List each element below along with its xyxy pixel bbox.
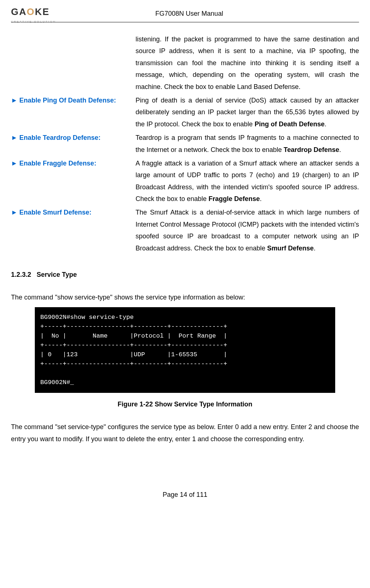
definition-label: ► Enable Fraggle Defense: (11, 157, 136, 205)
definition-bold: Smurf Defense (267, 245, 314, 252)
page-header: GAOKE CREATIVE SOLUTION FG7008N User Man… (11, 7, 359, 22)
definition-label: ► Enable Teardrop Defense: (11, 132, 136, 156)
definition-item: ► Enable Fraggle Defense:A fraggle attac… (11, 157, 359, 205)
figure-caption: Figure 1-22 Show Service Type Informatio… (11, 398, 359, 410)
definition-content: A fraggle attack is a variation of a Smu… (136, 157, 359, 205)
page-footer: Page 14 of 111 (11, 489, 359, 500)
continuation-text: listening. If the packet is programmed t… (136, 36, 359, 90)
paragraph-1: The command "show service-type" shows th… (11, 291, 359, 303)
definition-item: ► Enable Smurf Defense:The Smurf Attack … (11, 206, 359, 254)
logo: GAOKE CREATIVE SOLUTION (11, 7, 56, 20)
section-heading: 1.2.3.2 Service Type (11, 269, 359, 280)
terminal-output: BG9002N#show service-type +-----+-------… (35, 307, 335, 393)
definition-content: Teardrop is a program that sends IP frag… (136, 132, 359, 156)
paragraph-2: The command "set service-type" configure… (11, 421, 359, 445)
definition-item: ► Enable Ping Of Death Defense:Ping of d… (11, 94, 359, 130)
definition-item: ► Enable Teardrop Defense:Teardrop is a … (11, 132, 359, 156)
definition-bold: Fraggle Defense (208, 195, 260, 202)
section-title: Service Type (37, 271, 77, 278)
definition-label: ► Enable Smurf Defense: (11, 206, 136, 254)
definition-bold: Ping of Death Defense (255, 120, 325, 128)
logo-text: GAOKE (11, 6, 49, 17)
definition-label: ► Enable Ping Of Death Defense: (11, 94, 136, 130)
definition-bold: Teardrop Defense (284, 146, 339, 153)
section-number: 1.2.3.2 (11, 271, 31, 278)
definition-content: The Smurf Attack is a denial-of-service … (136, 206, 359, 254)
header-title: FG7008N User Manual (56, 8, 359, 19)
definition-text: The Smurf Attack is a denial-of-service … (136, 209, 359, 252)
continuation-paragraph: listening. If the packet is programmed t… (136, 33, 359, 93)
definition-text: Ping of death is a denial of service (Do… (136, 97, 359, 128)
logo-subtitle: CREATIVE SOLUTION (11, 20, 56, 25)
continuation-bold: Land Based Defense (237, 83, 299, 90)
definition-content: Ping of death is a denial of service (Do… (136, 94, 359, 130)
